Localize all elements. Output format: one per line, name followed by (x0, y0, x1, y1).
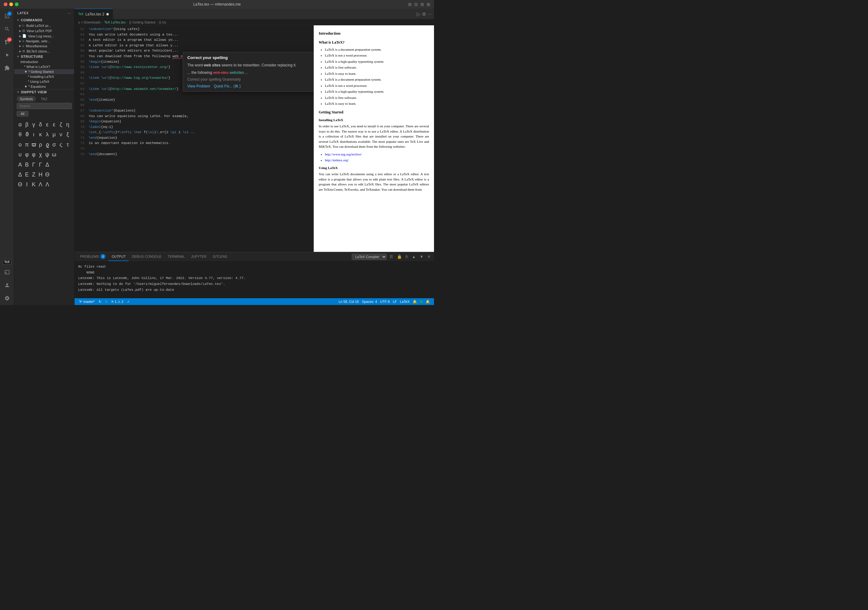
symbol-upsilon[interactable]: υ (17, 150, 23, 159)
panel-close-icon[interactable]: ✕ (426, 254, 431, 259)
symbol-pi[interactable]: π (23, 140, 30, 150)
status-errors[interactable]: ✕ 1 ⚠ 2 (109, 298, 125, 305)
symbol-delta-lower[interactable]: δ (37, 119, 44, 130)
titlebar-icons[interactable]: ⊞ ⊟ ⊞ ⊞ (408, 2, 430, 7)
struct-what-is-latex[interactable]: * What is LaTeX? (14, 64, 74, 69)
activity-settings[interactable] (1, 292, 13, 304)
status-check[interactable]: ✓ (126, 298, 132, 305)
activity-account[interactable] (1, 279, 13, 291)
symbol-mu[interactable]: μ (51, 130, 57, 139)
status-line-ending[interactable]: LF (391, 300, 398, 303)
tab-gitlens[interactable]: GITLENS (209, 252, 230, 261)
symbol-Zeta[interactable]: Ζ (30, 170, 37, 180)
symbol-Theta-upper2[interactable]: Θ (17, 180, 23, 189)
symbol-kappa[interactable]: κ (37, 130, 44, 139)
quick-fix-link[interactable]: Quick Fix... (⌘.) (214, 84, 241, 88)
panel-copy-icon[interactable]: ⎘ (405, 254, 409, 259)
status-encoding[interactable]: UTF-8 (379, 300, 391, 303)
tab-problems[interactable]: PROBLEMS 3 (77, 252, 108, 261)
tab-output[interactable]: OUTPUT (108, 252, 129, 261)
maximize-button[interactable] (15, 3, 19, 6)
cmd-view-pdf[interactable]: ▶ ⊞ View LaTeX PDF (14, 28, 74, 33)
breadcrumb-home[interactable]: s > Downloads (78, 20, 101, 24)
symbol-alpha[interactable]: α (17, 119, 23, 130)
filter-all-button[interactable]: All (17, 111, 28, 116)
activity-extensions[interactable] (1, 62, 13, 74)
cmd-misc[interactable]: ▶ ≡ Miscellaneous (14, 43, 74, 48)
struct-equations[interactable]: ▼ * Equations (14, 84, 74, 89)
more-actions-icon[interactable]: ··· (428, 11, 431, 16)
symbol-gamma[interactable]: γ (30, 119, 37, 130)
tab-latex-tex[interactable]: TeX LaTex.tex 2 (74, 9, 113, 19)
symbol-nu[interactable]: ν (57, 130, 64, 139)
status-branch-merge[interactable]: ⑂ (104, 298, 109, 305)
status-grammarly[interactable] (418, 300, 424, 303)
symbol-xi[interactable]: ξ (64, 130, 71, 139)
symbol-phi2[interactable]: φ (30, 150, 37, 159)
miktex-link[interactable]: http://miktex.org/ (325, 158, 349, 162)
status-branch[interactable]: master* (77, 298, 96, 305)
symbol-omega[interactable]: ω (51, 150, 57, 159)
symbol-rho2[interactable]: ϱ (44, 140, 51, 150)
panel-up-icon[interactable]: ▲ (411, 254, 417, 259)
status-notifications[interactable]: 🔔 (411, 300, 418, 304)
symbol-Beta[interactable]: Β (23, 160, 30, 170)
tab-symbols[interactable]: Symbols (17, 96, 36, 102)
activity-run[interactable] (1, 49, 13, 61)
symbol-Delta2[interactable]: Δ (17, 170, 23, 180)
symbol-beta[interactable]: β (23, 119, 30, 130)
compiler-select[interactable]: LaTeX Compiler (352, 254, 387, 260)
symbol-varpi[interactable]: ϖ (30, 140, 37, 150)
tab-jupyter[interactable]: JUPYTER (188, 252, 209, 261)
minimize-button[interactable] (9, 3, 13, 6)
sidebar-more-button[interactable]: ··· (67, 11, 71, 15)
sidebar-layout-icon[interactable]: ⊞ (408, 2, 412, 7)
search-input[interactable] (17, 103, 72, 109)
status-sync[interactable]: ↻ (97, 298, 103, 305)
symbol-Lambda2[interactable]: Λ (44, 180, 51, 189)
activity-source-control[interactable]: 23 (1, 36, 13, 48)
symbol-phi1[interactable]: φ (23, 150, 30, 159)
split-layout-icon[interactable]: ⊞ (420, 2, 424, 7)
panel-list-icon[interactable]: ☰ (389, 254, 394, 259)
cmd-navigate[interactable]: ▶ ≡ Navigate, sele... (14, 39, 74, 43)
status-position[interactable]: Ln 58, Col 16 (337, 300, 360, 303)
tab-tikz[interactable]: TikZ (38, 96, 50, 102)
symbol-sigma[interactable]: σ (51, 140, 57, 150)
snippet-section-header[interactable]: ▼ SNIPPET VIEW (14, 89, 74, 95)
view-problem-link[interactable]: View Problem (188, 84, 210, 88)
texlive-link[interactable]: http://www.tug.org/texlive/ (325, 152, 362, 156)
activity-search[interactable] (1, 23, 13, 35)
cmd-bibtex[interactable]: ▶ ⊞ BiLTeX ctions... (14, 48, 74, 54)
tab-terminal[interactable]: TERMINAL (164, 252, 188, 261)
symbol-Delta-upper[interactable]: Δ (44, 160, 51, 170)
breadcrumb-section[interactable]: {} Getting Started (129, 20, 155, 24)
more-layout-icon[interactable]: ⊞ (426, 2, 430, 7)
split-editor-icon[interactable]: ⊞ (422, 11, 426, 16)
status-language[interactable]: LaTeX (398, 300, 411, 303)
symbol-theta2[interactable]: ϑ (23, 130, 30, 139)
symbol-varsigma[interactable]: ς (57, 140, 64, 150)
cmd-build[interactable]: ▶ ▷ Build LaTeX pr... (14, 23, 74, 28)
struct-installing[interactable]: * Installing LaTeX (14, 74, 74, 79)
struct-using[interactable]: * Using LaTeX (14, 79, 74, 84)
activity-explorer[interactable]: 1 (1, 10, 13, 22)
symbol-epsilon1[interactable]: ε (44, 119, 51, 130)
symbol-Alpha[interactable]: Α (17, 160, 23, 170)
activity-terminal[interactable] (1, 266, 13, 279)
symbol-theta1[interactable]: θ (17, 130, 23, 139)
commands-section-header[interactable]: ▼ COMMANDS (14, 17, 74, 23)
symbol-zeta[interactable]: ζ (57, 119, 64, 130)
symbol-epsilon2[interactable]: ε (51, 119, 57, 130)
run-icon[interactable]: ▷ (417, 11, 420, 17)
symbol-Eta[interactable]: Η (37, 170, 44, 180)
symbol-Gamma2[interactable]: Γ (37, 160, 44, 170)
struct-getting-started[interactable]: ▼ * Getting Started (14, 69, 74, 74)
symbol-rho1[interactable]: ρ (37, 140, 44, 150)
close-button[interactable] (4, 3, 8, 6)
symbol-tau[interactable]: τ (64, 140, 71, 150)
panel-down-icon[interactable]: ▼ (418, 254, 425, 259)
symbol-Kappa[interactable]: Κ (30, 180, 37, 189)
symbol-iota[interactable]: ι (30, 130, 37, 139)
breadcrumb-tex[interactable]: TeX LaTex.tex (104, 20, 126, 24)
